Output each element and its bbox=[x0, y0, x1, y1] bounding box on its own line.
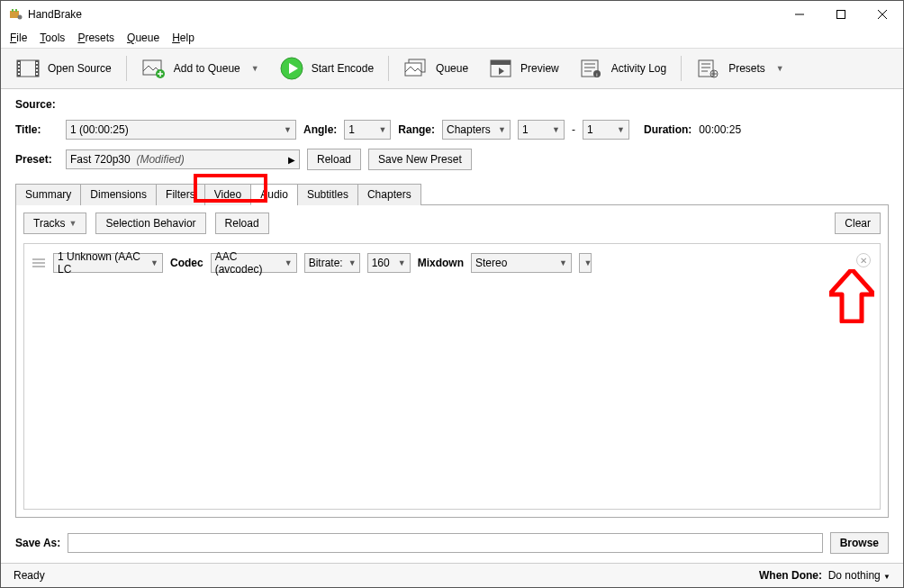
svg-rect-13 bbox=[18, 69, 20, 71]
range-dash: - bbox=[572, 123, 575, 136]
title-label: Title: bbox=[15, 123, 59, 136]
activity-log-button[interactable]: i Activity Log bbox=[574, 54, 672, 83]
source-label: Source: bbox=[15, 98, 56, 111]
audio-panel: Tracks▼ Selection Behavior Reload Clear … bbox=[15, 205, 889, 518]
film-icon bbox=[15, 58, 41, 79]
menu-file[interactable]: File bbox=[5, 30, 32, 46]
svg-rect-17 bbox=[36, 69, 38, 71]
menu-help[interactable]: Help bbox=[167, 30, 200, 46]
svg-rect-18 bbox=[36, 73, 38, 75]
track-list: 1 Unknown (AAC LC▼ Codec AAC (avcodec)▼ … bbox=[23, 243, 881, 510]
queue-button[interactable]: Queue bbox=[398, 54, 474, 83]
svg-rect-15 bbox=[36, 62, 38, 64]
audio-reload-button[interactable]: Reload bbox=[215, 213, 269, 234]
add-to-queue-label: Add to Queue bbox=[174, 62, 240, 75]
open-source-label: Open Source bbox=[48, 62, 112, 75]
titlebar: HandBrake bbox=[1, 1, 903, 28]
window-title: HandBrake bbox=[28, 8, 779, 21]
reload-preset-button[interactable]: Reload bbox=[307, 149, 361, 170]
track-row: 1 Unknown (AAC LC▼ Codec AAC (avcodec)▼ … bbox=[32, 253, 872, 273]
activity-log-label: Activity Log bbox=[611, 62, 666, 75]
maximize-button[interactable] bbox=[820, 1, 862, 28]
queue-label: Queue bbox=[436, 62, 468, 75]
when-done-select[interactable]: Do nothing ▼ bbox=[828, 569, 890, 582]
preview-label: Preview bbox=[520, 62, 559, 75]
codec-label: Codec bbox=[170, 257, 203, 269]
tab-summary[interactable]: Summary bbox=[15, 184, 81, 205]
svg-rect-36 bbox=[699, 60, 713, 77]
range-label: Range: bbox=[398, 123, 435, 136]
menu-queue[interactable]: Queue bbox=[122, 30, 165, 46]
presets-label: Presets bbox=[728, 62, 765, 75]
track-source-select[interactable]: 1 Unknown (AAC LC▼ bbox=[53, 253, 163, 273]
remove-track-button[interactable]: ✕ bbox=[856, 253, 871, 267]
svg-rect-1 bbox=[12, 9, 14, 12]
start-encode-button[interactable]: Start Encode bbox=[274, 54, 379, 83]
tracks-button[interactable]: Tracks▼ bbox=[23, 213, 86, 234]
save-new-preset-button[interactable]: Save New Preset bbox=[368, 149, 472, 170]
title-select[interactable]: 1 (00:00:25)▼ bbox=[66, 120, 296, 140]
chevron-down-icon: ▼ bbox=[776, 64, 784, 73]
tab-subtitles[interactable]: Subtitles bbox=[297, 184, 358, 205]
when-done-label: When Done: bbox=[759, 569, 822, 582]
menu-presets[interactable]: Presets bbox=[72, 30, 120, 46]
preset-select[interactable]: Fast 720p30 (Modified) ▶ bbox=[66, 149, 300, 169]
svg-rect-28 bbox=[491, 60, 511, 65]
tab-chapters[interactable]: Chapters bbox=[357, 184, 421, 205]
svg-point-3 bbox=[18, 15, 23, 20]
angle-select[interactable]: 1▼ bbox=[344, 120, 391, 140]
presets-icon bbox=[696, 58, 721, 79]
range-to-select[interactable]: 1▼ bbox=[583, 120, 629, 140]
play-icon bbox=[279, 58, 304, 79]
menu-tools[interactable]: Tools bbox=[34, 30, 70, 46]
add-to-queue-button[interactable]: Add to Queue ▼ bbox=[136, 54, 265, 83]
angle-label: Angle: bbox=[303, 123, 337, 136]
svg-rect-12 bbox=[18, 66, 20, 68]
close-button[interactable] bbox=[862, 1, 903, 28]
browse-button[interactable]: Browse bbox=[830, 532, 889, 554]
presets-button[interactable]: Presets ▼ bbox=[691, 54, 790, 83]
svg-rect-14 bbox=[18, 73, 20, 75]
svg-rect-5 bbox=[837, 11, 845, 19]
svg-marker-41 bbox=[829, 269, 874, 321]
tab-dimensions[interactable]: Dimensions bbox=[80, 184, 157, 205]
svg-rect-0 bbox=[10, 11, 19, 18]
svg-rect-11 bbox=[18, 62, 20, 64]
codec-select[interactable]: AAC (avcodec)▼ bbox=[211, 253, 297, 273]
start-encode-label: Start Encode bbox=[312, 62, 374, 75]
bitrate-value-select[interactable]: 160▼ bbox=[367, 253, 411, 273]
status-text: Ready bbox=[14, 569, 45, 582]
expand-track-button[interactable]: ▼ bbox=[579, 253, 592, 273]
drag-handle-icon[interactable] bbox=[32, 258, 46, 267]
log-icon: i bbox=[579, 58, 604, 79]
images-stack-icon bbox=[403, 58, 429, 79]
open-source-button[interactable]: Open Source bbox=[10, 54, 117, 83]
selection-behavior-button[interactable]: Selection Behavior bbox=[95, 213, 205, 234]
preset-label: Preset: bbox=[15, 153, 59, 166]
clear-button[interactable]: Clear bbox=[835, 213, 881, 234]
saveas-input[interactable] bbox=[68, 533, 822, 553]
annotation-highlight bbox=[194, 174, 267, 203]
toolbar: Open Source Add to Queue ▼ Start Encode … bbox=[1, 49, 903, 89]
statusbar: Ready When Done: Do nothing ▼ bbox=[1, 563, 903, 587]
minimize-button[interactable] bbox=[779, 1, 820, 28]
preview-icon bbox=[488, 58, 513, 79]
chevron-down-icon: ▼ bbox=[251, 64, 259, 73]
svg-rect-16 bbox=[36, 66, 38, 68]
app-icon bbox=[8, 7, 23, 22]
tab-bar: Summary Dimensions Filters Video Audio S… bbox=[15, 183, 889, 205]
mixdown-label: Mixdown bbox=[418, 257, 464, 269]
range-type-select[interactable]: Chapters▼ bbox=[442, 120, 511, 140]
svg-marker-29 bbox=[499, 68, 504, 75]
preview-button[interactable]: Preview bbox=[483, 54, 565, 83]
range-from-select[interactable]: 1▼ bbox=[518, 120, 565, 140]
menubar: File Tools Presets Queue Help bbox=[1, 28, 903, 49]
svg-rect-2 bbox=[15, 9, 17, 12]
mixdown-select[interactable]: Stereo▼ bbox=[471, 253, 572, 273]
image-plus-icon bbox=[141, 58, 167, 79]
duration-label: Duration: bbox=[644, 123, 692, 136]
duration-value: 00:00:25 bbox=[699, 123, 741, 136]
svg-text:i: i bbox=[596, 72, 597, 77]
annotation-arrow bbox=[829, 269, 874, 323]
bitrate-mode-select[interactable]: Bitrate:▼ bbox=[304, 253, 360, 273]
